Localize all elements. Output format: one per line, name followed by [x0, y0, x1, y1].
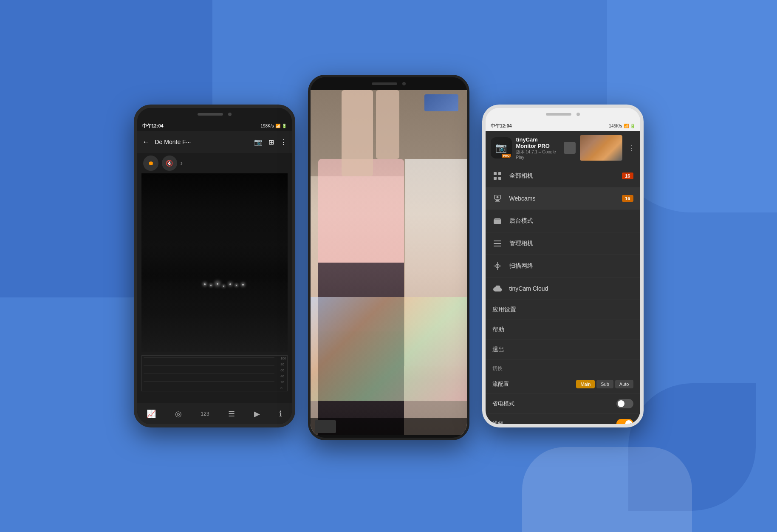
- menu-item-background-mode[interactable]: 后台模式: [486, 210, 640, 232]
- phone3-camera-dot: [576, 113, 580, 116]
- stream-sub-button[interactable]: Sub: [596, 380, 613, 388]
- menu-item-exit[interactable]: 退出: [486, 340, 640, 360]
- nav-123-icon[interactable]: 123: [201, 411, 209, 417]
- power-save-knob: [618, 400, 624, 407]
- header-more-icon[interactable]: ⋮: [628, 144, 635, 152]
- menu-item-app-settings[interactable]: 应用设置: [486, 300, 640, 320]
- phone1-speed: 198K/s: [260, 124, 274, 128]
- back-button[interactable]: ←: [142, 138, 150, 147]
- all-cameras-badge: 16: [622, 173, 633, 179]
- nav-list-icon[interactable]: ☰: [228, 409, 235, 419]
- phone1-video-area: [141, 173, 288, 352]
- mute-button[interactable]: 🔇: [162, 156, 177, 171]
- phone-right: 中午12:04 145K/s 📶 🔋 📷 PRO tinyCam Monitor…: [482, 105, 644, 427]
- chart-label-20: 20: [280, 380, 286, 384]
- phones-container: 中午12:04 198K/s 📶 🔋 ← De Monte F··· 📷 ⊞ ⋮: [134, 92, 644, 440]
- phone-middle: [308, 75, 469, 440]
- nav-trend-icon[interactable]: 📈: [147, 409, 156, 419]
- menu-item-scan-network[interactable]: 扫描网络: [486, 255, 640, 277]
- menu-item-manage-cameras[interactable]: 管理相机: [486, 232, 640, 255]
- stream-main-button[interactable]: Main: [576, 380, 595, 388]
- svg-rect-7: [495, 201, 500, 202]
- svg-rect-0: [494, 172, 497, 175]
- bg-white-shape: [522, 447, 692, 532]
- phone1-night-vision: [141, 173, 288, 352]
- svg-rect-8: [494, 219, 501, 224]
- phone1-controls: ⏺ 🔇 ›: [137, 153, 292, 173]
- menu-item-all-cameras[interactable]: 全部相机 16: [486, 165, 640, 187]
- nav-play-icon[interactable]: ▶: [254, 409, 260, 419]
- chart-label-60: 60: [280, 368, 286, 372]
- notification-label: 通知: [492, 420, 613, 427]
- notification-knob: [625, 420, 632, 427]
- phone2-top-bar: [311, 77, 467, 90]
- svg-rect-6: [496, 200, 499, 201]
- background-mode-icon: [492, 216, 503, 226]
- section-switch: 切换: [486, 360, 640, 375]
- menu-item-webcams[interactable]: Webcams 16: [486, 187, 640, 210]
- camera-snapshot-icon[interactable]: 📷: [254, 138, 263, 146]
- phone1-toolbar-icons: 📷 ⊞ ⋮: [254, 138, 287, 146]
- phone1-signal-icon: 📶: [275, 124, 280, 128]
- more-options-icon[interactable]: ⋮: [280, 138, 287, 146]
- webcams-icon: [492, 193, 503, 204]
- chart-label-0: 0: [280, 386, 286, 390]
- colorful-fabric: [311, 297, 467, 401]
- phone1-status-bar: 中午12:04 198K/s 📶 🔋: [137, 121, 292, 131]
- phone3-status-icons: 145K/s 📶 🔋: [609, 124, 635, 128]
- cloud-label: tinyCam Cloud: [509, 285, 633, 292]
- camera-icon: 📷: [495, 142, 507, 153]
- phone-left: 中午12:04 198K/s 📶 🔋 ← De Monte F··· 📷 ⊞ ⋮: [134, 105, 295, 427]
- phone1-status-icons: 198K/s 📶 🔋: [260, 124, 286, 128]
- phone2-camera-feed: [311, 90, 467, 435]
- phone1-content: ← De Monte F··· 📷 ⊞ ⋮ ⏺ 🔇 ›: [137, 131, 292, 424]
- app-version: 版本 14.7.1 – Google Play: [516, 149, 559, 160]
- phone1-wifi-icon: 🔋: [282, 124, 287, 128]
- tinycam-app-icon: 📷 PRO: [491, 137, 512, 158]
- svg-rect-1: [498, 172, 501, 175]
- phone3-top-bar: [486, 108, 640, 121]
- legs-upper: [342, 90, 373, 176]
- webcams-badge: 16: [622, 195, 633, 202]
- stream-auto-button[interactable]: Auto: [615, 380, 633, 388]
- phone1-time: 中午12:04: [142, 123, 164, 129]
- app-settings-label: 应用设置: [492, 306, 516, 313]
- app-name: tinyCam Monitor PRO: [516, 136, 559, 149]
- phone1-chart: 100 80 60 40 20 0: [141, 355, 288, 391]
- svg-rect-3: [498, 177, 501, 180]
- nav-info-icon[interactable]: ℹ: [279, 409, 282, 419]
- chart-labels: 100 80 60 40 20 0: [280, 356, 287, 391]
- svg-rect-10: [494, 241, 501, 241]
- grid-view-icon[interactable]: ⊞: [268, 138, 274, 146]
- record-button[interactable]: ⏺: [143, 156, 158, 171]
- phone3-battery-icon: 🔋: [630, 124, 635, 128]
- nav-target-icon[interactable]: ◎: [175, 409, 182, 419]
- power-save-toggle[interactable]: [616, 399, 633, 408]
- notification-toggle[interactable]: [616, 419, 633, 427]
- manage-cameras-icon: [492, 238, 503, 249]
- record-icon: ⏺: [148, 160, 154, 167]
- phone2-speaker: [372, 82, 397, 85]
- phone3-status-bar: 中午12:04 145K/s 📶 🔋: [486, 121, 640, 131]
- help-label: 帮助: [492, 326, 504, 333]
- svg-rect-9: [494, 218, 500, 220]
- cloud-icon: [492, 283, 503, 294]
- next-icon[interactable]: ›: [181, 159, 183, 167]
- manage-cameras-label: 管理相机: [509, 240, 633, 247]
- phone2-content: [311, 90, 467, 435]
- phone1-camera-dot: [228, 113, 232, 116]
- app-info: tinyCam Monitor PRO 版本 14.7.1 – Google P…: [516, 136, 559, 160]
- phone1-speaker: [198, 113, 223, 116]
- svg-rect-2: [494, 177, 497, 180]
- chart-label-40: 40: [280, 374, 286, 378]
- menu-item-cloud[interactable]: tinyCam Cloud: [486, 277, 640, 300]
- pro-badge: PRO: [502, 154, 511, 158]
- phone3-time: 中午12:04: [491, 123, 512, 129]
- phone1-toolbar: ← De Monte F··· 📷 ⊞ ⋮: [137, 131, 292, 153]
- chart-label-80: 80: [280, 362, 286, 366]
- video-bottom-bar: [311, 418, 467, 435]
- menu-item-help[interactable]: 帮助: [486, 320, 640, 340]
- svg-point-5: [496, 196, 498, 198]
- stream-buttons: Main Sub Auto: [576, 380, 633, 388]
- video-thumbnail: [315, 420, 336, 433]
